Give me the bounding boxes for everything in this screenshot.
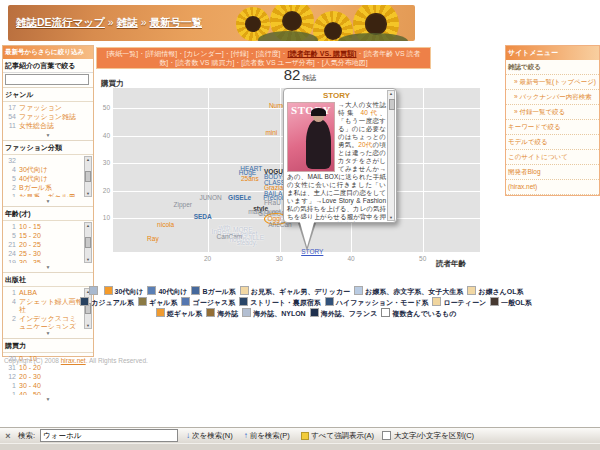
more-arrow-icon[interactable]: ▼ (3, 264, 93, 270)
legend-item[interactable]: 複数含んでいるもの (381, 308, 456, 319)
nav-link[interactable]: [読者数 VS 購買力] (175, 59, 234, 66)
scroll-up-icon[interactable]: ▲ (86, 157, 90, 162)
magazine-point[interactable]: 25ans (241, 175, 259, 182)
legend-label: 40代向け (158, 288, 187, 295)
breadcrumb-link[interactable]: 雑誌 (117, 16, 138, 28)
magazine-point[interactable]: steady. (237, 239, 257, 246)
legend-item[interactable]: ストリート・裏原宿系 (239, 297, 321, 308)
scroll-thumb[interactable] (389, 99, 395, 110)
scroll-thumb[interactable] (85, 171, 91, 182)
filter-item[interactable]: 2425 - 30 (4, 250, 83, 258)
site-menu-item[interactable]: » 最新号一覧(トップページ) (506, 75, 599, 90)
nav-link[interactable]: [読者数 VS ユーザ分布] (241, 59, 314, 66)
more-arrow-icon[interactable]: ▼ (3, 330, 93, 336)
legend-item[interactable] (89, 286, 100, 297)
magazine-point[interactable]: SEDA (194, 213, 212, 220)
legend-item[interactable]: 40代向け (147, 286, 187, 297)
scroll-up-icon[interactable]: ▲ (86, 223, 90, 228)
site-menu-item[interactable]: 雑誌で絞る (506, 60, 599, 75)
scroll-down-icon[interactable]: ▼ (86, 257, 90, 262)
filter-item-label: ファッション (19, 104, 62, 112)
filter-item[interactable]: 540代向け (4, 175, 83, 183)
filter-item[interactable]: 2120 - 25 (4, 241, 83, 249)
site-menu-item[interactable]: キーワードで絞る (506, 120, 599, 135)
filter-item[interactable]: 17ファッション (4, 104, 92, 112)
magazine-point[interactable]: Ray (147, 235, 159, 242)
magazine-point[interactable]: nicola (157, 221, 174, 228)
nav-link[interactable]: [人気分布地図] (322, 59, 368, 66)
close-icon[interactable]: × (3, 431, 13, 441)
find-next-button[interactable]: ↓次を検索(N) (183, 431, 236, 441)
magazine-point[interactable]: JUNON (199, 194, 221, 201)
legend-item[interactable]: カジュアル系 (80, 297, 134, 308)
legend-item[interactable]: ギャル系 (138, 297, 178, 308)
find-prev-button[interactable]: ↑前を検索(P) (241, 431, 293, 441)
filter-item[interactable]: 515 - 20 (4, 232, 83, 240)
copyright-link[interactable]: hirax.net (61, 357, 86, 364)
more-arrow-icon[interactable]: ▼ (3, 132, 93, 138)
nav-link[interactable]: [読者年齢 VS. 購買額] (288, 50, 357, 57)
site-menu-item[interactable]: このサイトについて (506, 150, 599, 165)
legend-item[interactable]: 海外誌、NYLON (242, 308, 306, 319)
filter-item[interactable]: 1220 - 30 (4, 373, 92, 381)
legend-item[interactable]: ゴージャス系 (181, 297, 235, 308)
site-menu-item[interactable]: モデルで絞る (506, 135, 599, 150)
more-arrow-icon[interactable]: ▼ (3, 198, 93, 204)
legend-swatch (432, 297, 441, 306)
breadcrumb-link[interactable]: 最新号一覧 (150, 16, 203, 28)
legend-item[interactable]: お嬢さんOL系 (467, 286, 523, 297)
legend-item[interactable]: 一般OL系 (490, 297, 532, 308)
legend-item[interactable]: ハイファッション・モード系 (325, 297, 429, 308)
popup-inline-link[interactable]: 読者 (337, 221, 351, 223)
scrollbar[interactable]: ▲▼ (84, 222, 92, 263)
filter-item[interactable]: 11女性総合誌 (4, 122, 92, 130)
filter-item-count: 1 (4, 382, 16, 390)
filter-item[interactable]: 1930 - 35 (4, 259, 83, 263)
filter-item-count: 4 (4, 166, 16, 174)
filter-item[interactable]: 430代向け (4, 166, 83, 174)
filter-item-label: 30代向け (19, 166, 48, 174)
magazine-point[interactable]: mini (265, 129, 277, 136)
highlight-all-button[interactable]: すべて強調表示(A) (298, 431, 377, 441)
legend-item[interactable]: 海外誌 (206, 308, 238, 319)
legend-item[interactable]: Bガール系 (191, 286, 235, 297)
legend-item[interactable]: 海外誌、フランス (310, 308, 378, 319)
scroll-down-icon[interactable]: ▼ (86, 323, 90, 328)
filter-item[interactable]: 32 (4, 157, 83, 165)
legend-item[interactable]: お嬢系、赤文字系、女子大生系 (354, 286, 463, 297)
filter-item[interactable]: 130 - 40 (4, 382, 92, 390)
magazine-point[interactable]: Zipper (174, 201, 192, 208)
legend-item[interactable]: 姫ギャル系 (156, 308, 203, 319)
site-menu-item[interactable]: » バックナンバー内容検索 (506, 90, 599, 105)
filter-item[interactable]: 140 - 50 (4, 391, 92, 395)
match-case-label: 大文字/小文字を区別(C) (394, 431, 474, 441)
magazine-point[interactable]: GISELe (228, 194, 251, 201)
filter-item[interactable]: 110 - 15 (4, 223, 83, 231)
filter-item[interactable]: 54ファッション雑誌 (4, 113, 92, 121)
filter-item[interactable]: 1お兄系、ギャル男 (4, 193, 83, 197)
scroll-down-icon[interactable]: ▼ (389, 215, 393, 220)
scroll-up-icon[interactable]: ▲ (389, 91, 393, 96)
site-menu-item[interactable]: 開発者Blog (506, 165, 599, 180)
nav-link[interactable]: [表紙一覧] (106, 50, 138, 57)
scroll-down-icon[interactable]: ▼ (86, 191, 90, 196)
breadcrumb-link[interactable]: 雑誌DE流行マップ (16, 16, 105, 28)
legend-item[interactable]: ローティーン (432, 297, 486, 308)
filter-item[interactable]: 2Bガール系 (4, 184, 83, 192)
nav-link[interactable]: [付録] (231, 50, 249, 57)
more-arrow-icon[interactable]: ▼ (3, 396, 93, 402)
match-case-checkbox[interactable]: 大文字/小文字を区別(C) (382, 431, 474, 441)
legend-item[interactable]: お兄系、ギャル男、デリッカー (240, 286, 350, 297)
site-menu-item[interactable]: » 付録一覧で絞る (506, 105, 599, 120)
legend-item[interactable]: 30代向け (104, 286, 144, 297)
scrollbar[interactable]: ▲▼ (84, 156, 92, 197)
nav-link[interactable]: [流行度] (256, 50, 281, 57)
popup-scrollbar[interactable]: ▲ ▼ (387, 90, 395, 221)
keyword-filter-input[interactable] (5, 74, 89, 85)
scroll-thumb[interactable] (85, 237, 91, 248)
filter-item[interactable]: 3110 - 20 (4, 364, 92, 372)
find-input[interactable] (40, 429, 178, 442)
nav-link[interactable]: [詳細情報] (145, 50, 177, 57)
site-menu-item[interactable]: (hirax.net) (506, 180, 599, 195)
nav-link[interactable]: [カレンダー] (184, 50, 224, 57)
